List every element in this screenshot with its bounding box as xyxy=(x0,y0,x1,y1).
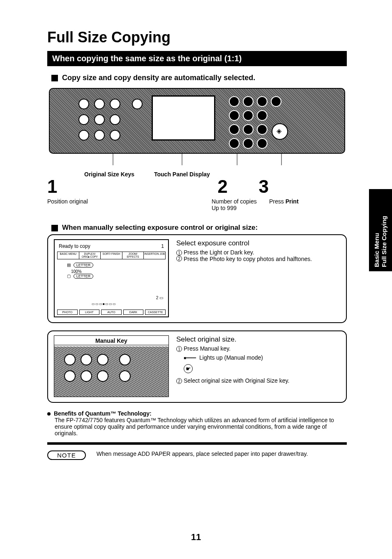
note-text: When message ADD PAPER appears, place se… xyxy=(97,450,308,457)
bullet-icon xyxy=(47,412,51,416)
auto-select-line: Copy size and copy density are automatic… xyxy=(51,74,347,82)
orig-size-instructions: Select original size. 1Press Manual key.… xyxy=(176,335,340,397)
step-2-number: 2 xyxy=(217,178,234,196)
section-header: When copying the same size as the origin… xyxy=(47,51,347,66)
benefits-block: Benefits of Quantum™ Technology: The FP-… xyxy=(47,410,347,437)
step-1-number: 1 xyxy=(47,178,57,196)
step-circle-2-icon: 2 xyxy=(176,378,182,384)
lcd-bottom-buttons: PHOTO LIGHT AUTO DARK CASSETTE xyxy=(57,310,166,315)
exposure-instructions: Select exposure control 1Press the Light… xyxy=(176,239,340,317)
lcd-count: 1 xyxy=(161,243,164,249)
lcd-ready: Ready to copy xyxy=(59,243,90,249)
exposure-title: Select exposure control xyxy=(176,239,340,247)
panel-labels-row: Original Size Keys Touch Panel Display xyxy=(47,171,347,178)
note-row: NOTE When message ADD PAPER appears, pla… xyxy=(47,450,347,460)
step-circle-1-icon: 1 xyxy=(176,250,182,256)
steps-row: 1 2 3 xyxy=(47,178,347,196)
manual-key-label: Manual Key xyxy=(54,336,168,345)
orig-size-title: Select original size. xyxy=(176,335,340,344)
divider-bar xyxy=(47,442,347,445)
print-start-button-icon xyxy=(272,123,288,140)
exposure-control-panel: Ready to copy 1 BASIC MENU DUPLEX/ ORIG▸… xyxy=(47,234,347,323)
control-panel-illustration xyxy=(49,88,345,154)
manual-select-header: When manually selecting exposure control… xyxy=(51,224,347,232)
benefits-heading: Benefits of Quantum™ Technology: xyxy=(54,410,152,417)
step-circle-2-icon: 2 xyxy=(176,256,182,261)
benefits-body: The FP-7742/7750 features Quantum™ Techn… xyxy=(55,417,347,437)
original-size-panel: Manual Key Select original size. 1Press … xyxy=(47,330,347,403)
step-3-text: Press Print xyxy=(269,198,299,205)
step-2-text: Number of copiesUp to 999 xyxy=(212,198,269,211)
auto-select-text: Copy size and copy density are automatic… xyxy=(62,74,255,82)
lcd-tabs: BASIC MENU DUPLEX/ ORIG▸COPY SORT/ FINIS… xyxy=(57,252,166,259)
touch-panel-screen xyxy=(152,95,215,141)
hand-icon: ☛ xyxy=(184,364,193,373)
manual-key-illustration: Manual Key xyxy=(54,335,169,397)
square-bullet-icon xyxy=(51,75,58,81)
step-3-number: 3 xyxy=(258,178,275,196)
lights-up-text: Lights up (Manual mode) xyxy=(199,354,263,361)
step-circle-1-icon: 1 xyxy=(176,346,182,352)
side-index-tab: Basic Menu Full Size Copying xyxy=(369,189,392,271)
callout-lines xyxy=(47,154,343,169)
page-number: 11 xyxy=(0,532,392,543)
step-1-text: Position original xyxy=(47,198,150,205)
label-original-size-keys: Original Size Keys xyxy=(84,171,154,178)
lcd-mockup: Ready to copy 1 BASIC MENU DUPLEX/ ORIG▸… xyxy=(54,239,169,317)
page-title: Full Size Copying xyxy=(47,29,347,46)
note-label: NOTE xyxy=(47,450,86,460)
square-bullet-icon xyxy=(51,225,58,231)
